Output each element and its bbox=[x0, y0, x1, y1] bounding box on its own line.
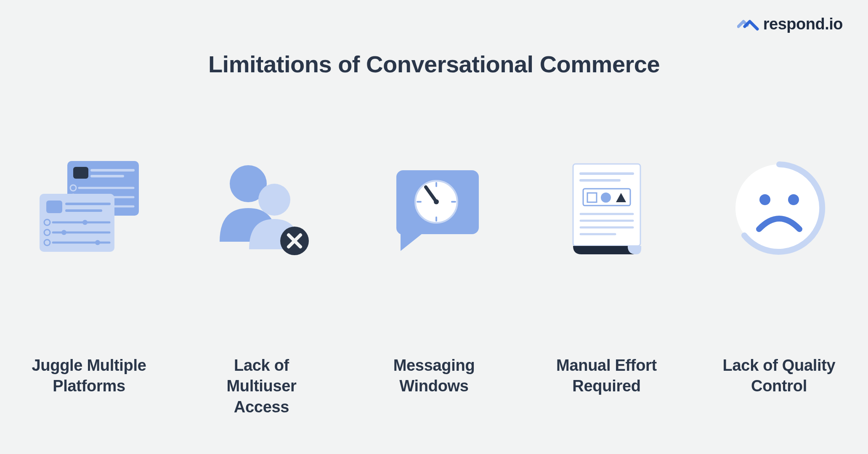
page-title: Limitations of Conversational Commerce bbox=[0, 50, 868, 78]
platforms-icon bbox=[35, 153, 144, 263]
svg-point-45 bbox=[759, 194, 770, 205]
limitations-row: Juggle Multiple Platforms bbox=[0, 153, 868, 417]
brand-logo: respond.io bbox=[737, 15, 843, 33]
sad-face-icon bbox=[725, 153, 834, 263]
limitation-label: Juggle Multiple Platforms bbox=[32, 355, 146, 397]
limitation-label: Lack of Multiuser Access bbox=[199, 355, 325, 417]
limitation-item: Lack of Quality Control bbox=[716, 153, 842, 417]
svg-point-16 bbox=[82, 220, 88, 225]
limitation-item: Manual Effort Required bbox=[544, 153, 670, 417]
limitation-label: Lack of Quality Control bbox=[723, 355, 836, 397]
multiuser-icon bbox=[207, 153, 316, 263]
brand-name: respond.io bbox=[763, 15, 843, 33]
svg-rect-1 bbox=[73, 167, 88, 179]
logo-mark-icon bbox=[737, 17, 759, 32]
messaging-window-icon bbox=[380, 153, 489, 263]
limitation-item: Lack of Multiuser Access bbox=[199, 153, 325, 417]
limitation-item: Messaging Windows bbox=[371, 153, 497, 417]
limitation-label: Manual Effort Required bbox=[556, 355, 657, 397]
svg-point-39 bbox=[601, 193, 611, 203]
svg-point-19 bbox=[61, 230, 66, 235]
svg-rect-11 bbox=[46, 201, 62, 213]
document-icon bbox=[552, 153, 661, 263]
svg-point-46 bbox=[788, 194, 799, 205]
svg-point-24 bbox=[258, 184, 290, 216]
limitation-item: Juggle Multiple Platforms bbox=[26, 153, 152, 417]
limitation-label: Messaging Windows bbox=[393, 355, 475, 397]
svg-point-22 bbox=[95, 240, 100, 245]
